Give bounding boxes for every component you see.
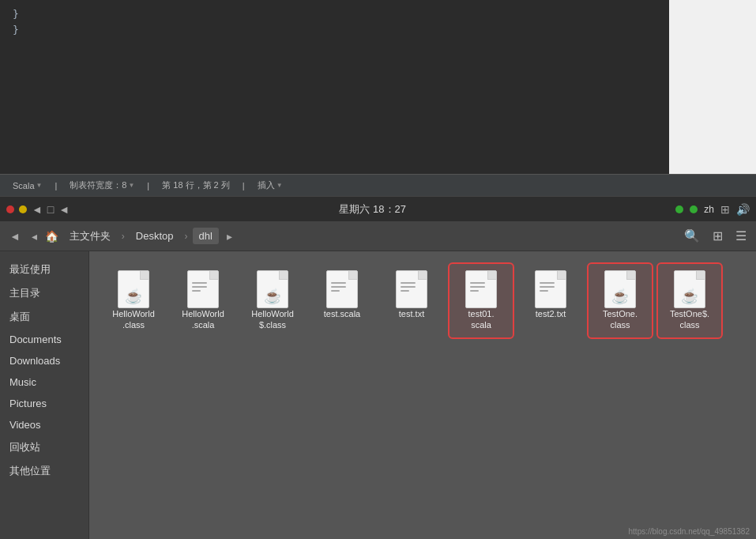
- file-item-helloworlds-class[interactable]: ☕ HelloWorld $.class: [241, 264, 304, 337]
- network-icon: ⊞: [720, 203, 730, 216]
- nav-left-btn[interactable]: ◄: [6, 228, 24, 244]
- file-area: 最近使用 主目录 桌面 Documents Downloads Music Pi…: [0, 251, 756, 539]
- coffee-cup-icon: ☕: [125, 289, 142, 303]
- status-separator: |: [55, 181, 57, 190]
- sidebar-item-other[interactable]: 其他位置: [0, 459, 88, 483]
- file-item-testone-class[interactable]: ☕ TestOne. class: [589, 264, 652, 337]
- position-label: 第 18 行，第 2 列: [162, 179, 230, 191]
- file-icon-test-scala: [326, 270, 358, 308]
- status-separator2: |: [147, 181, 149, 190]
- file-grid: ☕ HelloWorld .class HelloWorld .scala ☕ …: [89, 251, 756, 539]
- taskbar-left: ◄ □ ◄: [6, 203, 70, 216]
- sidebar-item-trash[interactable]: 回收站: [0, 435, 88, 459]
- file-icon-helloworld-class: ☕: [118, 270, 149, 308]
- dot-red: [6, 205, 14, 213]
- code-line-1: }: [13, 6, 743, 22]
- editor-content: } }: [0, 0, 756, 43]
- taskbar: ◄ □ ◄ 星期六 18：27 zh ⊞ 🔊: [0, 196, 756, 221]
- file-icon-test2-txt: [535, 270, 566, 308]
- sidebar-item-videos[interactable]: Videos: [0, 414, 88, 435]
- taskbar-clock: 星期六 18：27: [339, 202, 406, 217]
- clock-display: 星期六 18：27: [339, 203, 406, 215]
- sidebar-item-music[interactable]: Music: [0, 371, 88, 393]
- taskbar-arrow-left[interactable]: ◄: [32, 203, 43, 216]
- nav-sep2: ›: [185, 231, 188, 242]
- file-label-testones-class: TestOne$. class: [670, 308, 709, 331]
- file-label-helloworld-class: HelloWorld .class: [112, 308, 155, 331]
- nav-desktop-breadcrumb[interactable]: Desktop: [130, 228, 180, 244]
- tab-width-selector[interactable]: 制表符宽度：8: [70, 179, 134, 191]
- taskbar-right: zh ⊞ 🔊: [675, 203, 750, 216]
- status-separator3: |: [243, 181, 245, 190]
- file-item-test2-txt[interactable]: test2.txt: [519, 264, 582, 337]
- taskbar-back-btn[interactable]: ◄: [58, 203, 70, 216]
- file-label-test2-txt: test2.txt: [536, 308, 566, 319]
- dot-yellow: [19, 205, 27, 213]
- code-line-2: }: [13, 22, 743, 38]
- menu-btn[interactable]: ☰: [732, 227, 750, 245]
- nav-right-btn[interactable]: ◂: [28, 228, 40, 244]
- editor-status-bar: Scala | 制表符宽度：8 | 第 18 行，第 2 列 | 插入: [0, 174, 756, 196]
- file-item-helloworld-scala[interactable]: HelloWorld .scala: [171, 264, 235, 337]
- mode-selector[interactable]: 插入: [258, 179, 283, 191]
- dot-green-right: [675, 205, 683, 213]
- file-icon-testone-class: ☕: [604, 270, 636, 308]
- file-item-testones-class[interactable]: ☕ TestOne$. class: [658, 264, 721, 337]
- editor-area: } } Scala | 制表符宽度：8 | 第 18 行，第 2 列 | 插入: [0, 0, 756, 196]
- file-label-test-txt: test.txt: [399, 308, 424, 319]
- file-label-testone-class: TestOne. class: [603, 308, 638, 331]
- coffee-cup-icon: ☕: [681, 289, 698, 303]
- file-item-test-txt[interactable]: test.txt: [380, 264, 443, 337]
- file-manager: ◄ ◂ 🏠 主文件夹 › Desktop › dhl ▸ 🔍 ⊞ ☰ 最近使用 …: [0, 221, 756, 539]
- volume-icon: 🔊: [736, 203, 750, 216]
- sidebar-item-recent[interactable]: 最近使用: [0, 258, 88, 281]
- taskbar-window-btn[interactable]: □: [47, 203, 54, 216]
- nav-bar: ◄ ◂ 🏠 主文件夹 › Desktop › dhl ▸ 🔍 ⊞ ☰: [0, 221, 756, 251]
- search-btn[interactable]: 🔍: [681, 227, 703, 245]
- sidebar-item-pictures[interactable]: Pictures: [0, 393, 88, 414]
- file-label-test-scala: test.scala: [324, 308, 360, 319]
- editor-right-panel: [669, 0, 756, 182]
- language-selector[interactable]: Scala: [13, 181, 42, 190]
- language-label: Scala: [13, 181, 35, 190]
- file-label-test01-scala: test01. scala: [468, 308, 494, 331]
- view-toggle-btn[interactable]: ⊞: [709, 227, 726, 245]
- file-item-helloworld-class[interactable]: ☕ HelloWorld .class: [102, 264, 165, 337]
- dot-green-right2: [690, 205, 698, 213]
- file-label-helloworld-scala: HelloWorld .scala: [182, 308, 224, 331]
- watermark: https://blog.csdn.net/qq_49851382: [629, 527, 750, 536]
- file-icon-helloworld-scala: [187, 270, 219, 308]
- nav-home-breadcrumb[interactable]: 主文件夹: [63, 227, 117, 246]
- nav-home-icon: 🏠: [45, 230, 58, 243]
- sidebar: 最近使用 主目录 桌面 Documents Downloads Music Pi…: [0, 251, 89, 539]
- nav-expand-btn[interactable]: ▸: [224, 228, 235, 244]
- nav-sep1: ›: [122, 231, 125, 242]
- file-label-helloworlds-class: HelloWorld $.class: [251, 308, 294, 331]
- sidebar-item-desktop[interactable]: 桌面: [0, 305, 88, 329]
- locale-label[interactable]: zh: [704, 204, 714, 215]
- file-item-test-scala[interactable]: test.scala: [310, 264, 374, 337]
- file-icon-testones-class: ☕: [674, 270, 705, 308]
- coffee-cup-icon: ☕: [264, 289, 281, 303]
- file-icon-helloworlds-class: ☕: [257, 270, 288, 308]
- file-item-test01-scala[interactable]: test01. scala: [449, 264, 513, 337]
- nav-dhl-breadcrumb[interactable]: dhl: [193, 228, 219, 244]
- file-icon-test01-scala: [465, 270, 497, 308]
- nav-actions: 🔍 ⊞ ☰: [681, 227, 750, 245]
- sidebar-item-downloads[interactable]: Downloads: [0, 350, 88, 371]
- tab-width-label: 制表符宽度：8: [70, 179, 126, 191]
- coffee-cup-icon: ☕: [611, 289, 629, 303]
- mode-label: 插入: [258, 179, 275, 191]
- sidebar-item-documents[interactable]: Documents: [0, 329, 88, 350]
- sidebar-item-home[interactable]: 主目录: [0, 281, 88, 305]
- file-icon-test-txt: [396, 270, 427, 308]
